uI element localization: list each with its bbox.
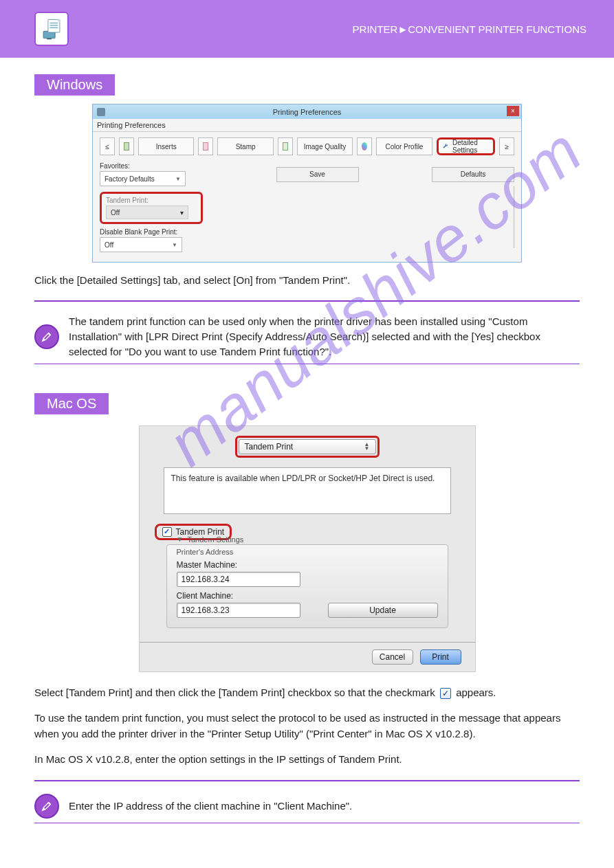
- close-icon[interactable]: ×: [507, 106, 519, 116]
- cancel-button[interactable]: Cancel: [372, 649, 413, 665]
- checkmark-icon: ✓: [440, 688, 451, 699]
- separator: [34, 364, 580, 364]
- dialog-title: Printing Preferences: [273, 108, 342, 116]
- windows-note-row: The tandem print function can be used on…: [34, 314, 580, 359]
- tab-toolbar: ≤ Inserts Stamp Image Quality Color Prof…: [100, 137, 514, 155]
- settings-lower: Tandem Print: Off ▾ Disable Blank Page P…: [100, 186, 514, 252]
- monitor-doc-icon: [40, 17, 63, 41]
- master-input[interactable]: 192.168.3.24: [177, 572, 300, 587]
- blank-select[interactable]: Off ▼: [100, 237, 182, 252]
- tab-prev-icon[interactable]: [119, 137, 134, 155]
- dialog-footer: Cancel Print: [149, 649, 465, 665]
- favorites-row: Favorites: Factory Defaults ▼ Save Defau…: [100, 162, 514, 186]
- tab-stamp-icon: [198, 137, 213, 155]
- windows-instruction: Click the [Detailed Settings] tab, and s…: [34, 272, 580, 288]
- palette-icon: [362, 142, 367, 151]
- mac-instruction-3: In Mac OS X v10.2.8, enter the option se…: [34, 751, 580, 767]
- mac-instruction-2: To use the tandem print function, you mu…: [34, 710, 580, 742]
- pencil-icon: [34, 324, 59, 349]
- favorites-select[interactable]: Factory Defaults ▼: [100, 171, 186, 186]
- printer-tiny-icon: [97, 108, 105, 116]
- page-icon: [124, 142, 129, 151]
- chevron-down-icon: ▼: [175, 176, 181, 182]
- mac-dialog: Tandem Print ▲▼ This feature is availabl…: [139, 425, 476, 672]
- tab-image-quality[interactable]: Image Quality: [297, 137, 353, 155]
- wrench-icon: [443, 142, 448, 151]
- mac-badge: Mac OS: [34, 393, 109, 414]
- separator: [34, 823, 580, 823]
- tab-scroll-left[interactable]: ≤: [100, 137, 115, 155]
- section-icon: [34, 12, 69, 46]
- tandem-settings-group: ▼ Tandem Settings Printer's Address Mast…: [166, 544, 448, 628]
- tandem-checkbox[interactable]: ✓: [162, 527, 172, 537]
- tab-cp-icon: [357, 137, 372, 155]
- tandem-select[interactable]: Off ▾: [106, 205, 188, 219]
- mac-note-row: Enter the IP address of the client machi…: [34, 794, 580, 819]
- image-quality-icon: [283, 142, 288, 151]
- save-button[interactable]: Save: [276, 167, 359, 182]
- mac-instruction-1: Select [Tandem Print] and then click the…: [34, 685, 580, 700]
- master-label: Master Machine:: [177, 560, 438, 570]
- mac-note: Enter the IP address of the client machi…: [69, 799, 352, 814]
- popup-highlight: Tandem Print ▲▼: [235, 436, 380, 458]
- page-header: PRINTER►CONVENIENT PRINTER FUNCTIONS: [0, 0, 614, 58]
- tab-color-profile[interactable]: Color Profile: [376, 137, 432, 155]
- chevron-down-icon: ▼: [177, 535, 184, 543]
- chevron-down-icon: ▼: [172, 242, 177, 248]
- dialog-separator: [140, 642, 475, 643]
- dialog-titlebar: Printing Preferences ×: [93, 104, 521, 119]
- page-number: 3-62: [0, 863, 614, 869]
- tab-detailed-settings[interactable]: Detailed Settings: [437, 137, 495, 155]
- dialog-body: ≤ Inserts Stamp Image Quality Color Prof…: [93, 132, 521, 262]
- svg-rect-1: [47, 38, 52, 40]
- tandem-label: Tandem Print:: [106, 197, 197, 204]
- group-header[interactable]: ▼ Tandem Settings: [177, 535, 438, 544]
- tab-stamp[interactable]: Stamp: [217, 137, 273, 155]
- tab-inserts[interactable]: Inserts: [138, 137, 194, 155]
- svg-rect-2: [48, 19, 60, 32]
- tab-scroll-right[interactable]: ≥: [499, 137, 514, 155]
- tandem-print-row: Tandem Print: Off ▾: [100, 192, 203, 224]
- updown-icon: ▲▼: [364, 443, 370, 451]
- blank-label: Disable Blank Page Print:: [100, 228, 203, 236]
- tandem-popup[interactable]: Tandem Print ▲▼: [239, 439, 376, 454]
- page-content: Windows Printing Preferences × Printing …: [0, 58, 614, 863]
- stamp-icon: [203, 142, 208, 151]
- breadcrumb: PRINTER►CONVENIENT PRINTER FUNCTIONS: [69, 23, 614, 35]
- chevron-down-icon: ▾: [180, 209, 184, 216]
- print-button[interactable]: Print: [420, 649, 461, 665]
- defaults-button[interactable]: Defaults: [432, 167, 514, 182]
- windows-badge: Windows: [34, 74, 115, 96]
- address-heading: Printer's Address: [177, 548, 438, 556]
- client-label: Client Machine:: [177, 591, 300, 601]
- favorites-label: Favorites:: [100, 162, 203, 170]
- dialog-subtab[interactable]: Printing Preferences: [93, 119, 521, 132]
- update-button[interactable]: Update: [328, 603, 438, 618]
- separator: [34, 300, 580, 302]
- pencil-icon: [34, 794, 59, 819]
- tab-iq-icon: [278, 137, 293, 155]
- windows-note: The tandem print function can be used on…: [69, 314, 580, 359]
- windows-dialog: Printing Preferences × Printing Preferen…: [92, 104, 522, 263]
- separator: [34, 780, 580, 781]
- help-text: This feature is available when LPD/LPR o…: [164, 467, 451, 514]
- client-input[interactable]: 192.168.3.23: [177, 603, 300, 618]
- divider: [514, 186, 514, 248]
